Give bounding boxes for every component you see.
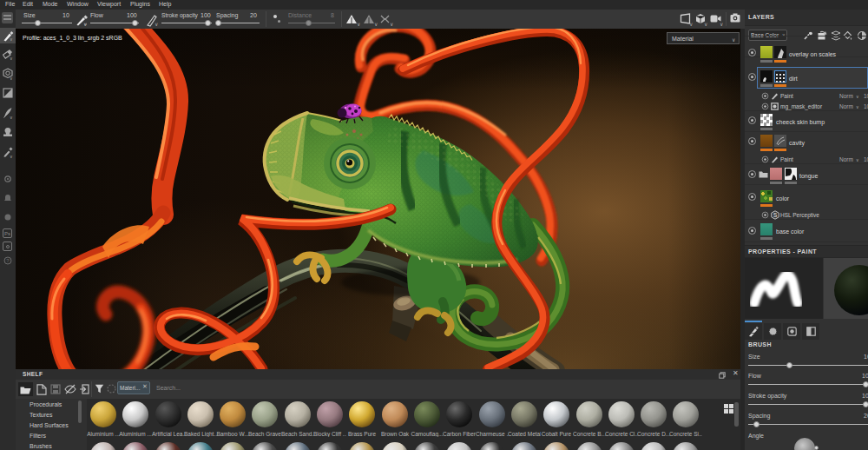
svg-text:?: ? xyxy=(6,258,10,263)
svg-text:S: S xyxy=(773,212,778,218)
